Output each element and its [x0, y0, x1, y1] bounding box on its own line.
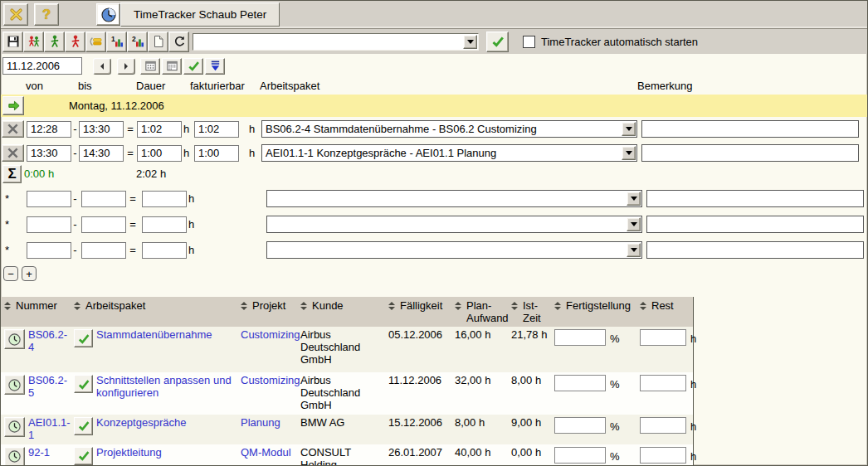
fakturierbar-input[interactable] — [194, 145, 239, 162]
task-number-link[interactable]: 92-1 — [28, 447, 50, 459]
completion-input[interactable] — [554, 329, 606, 346]
bemerkung-input[interactable] — [646, 241, 864, 259]
sort-icon[interactable] — [388, 302, 395, 310]
col-von: von — [26, 80, 43, 92]
von-input[interactable] — [27, 145, 71, 162]
chevron-down-icon[interactable] — [622, 122, 636, 136]
task-clock-button[interactable] — [4, 417, 25, 437]
task-check-button[interactable] — [74, 417, 93, 435]
fakturierbar-input[interactable] — [194, 121, 239, 138]
help-button[interactable]: ? — [34, 3, 59, 26]
report-2-button[interactable]: 2 — [127, 32, 148, 52]
confirm-button[interactable] — [486, 32, 509, 52]
completion-input[interactable] — [554, 447, 606, 464]
task-number-link[interactable]: BS06.2-4 — [28, 329, 67, 354]
task-name-link[interactable]: Schnittstellen anpassen und konfiguriere… — [96, 375, 234, 400]
dauer-input[interactable] — [142, 191, 187, 207]
sort-icon[interactable] — [554, 302, 561, 310]
report-1-button[interactable]: 1 — [106, 32, 127, 52]
task-check-button[interactable] — [74, 447, 93, 465]
close-button[interactable] — [3, 3, 28, 26]
close-icon — [9, 7, 23, 22]
chevron-down-icon[interactable] — [463, 35, 477, 49]
dauer-input[interactable] — [142, 242, 187, 259]
chevron-down-icon[interactable] — [627, 243, 641, 257]
sum-button[interactable]: Σ — [2, 165, 22, 183]
date-input[interactable] — [2, 57, 82, 75]
calendar-week-button[interactable] — [162, 58, 182, 75]
expand-day-button[interactable] — [205, 58, 225, 75]
bis-input[interactable] — [81, 191, 126, 207]
project-link[interactable]: Planung — [241, 416, 280, 429]
chevron-down-icon[interactable] — [627, 217, 641, 231]
dauer-input[interactable] — [137, 121, 182, 138]
sort-icon[interactable] — [4, 302, 11, 310]
rest-input[interactable] — [640, 447, 686, 464]
arbeitspaket-combobox[interactable] — [266, 241, 642, 259]
rest-input[interactable] — [640, 375, 686, 391]
dauer-input[interactable] — [137, 145, 182, 162]
sort-icon[interactable] — [74, 302, 80, 310]
chevron-down-icon[interactable] — [627, 192, 641, 206]
rest-input[interactable] — [640, 417, 686, 434]
confirm-date-button[interactable] — [183, 58, 203, 75]
task-clock-button[interactable] — [4, 329, 25, 349]
timer-start-stop-button[interactable] — [23, 32, 44, 52]
arbeitspaket-combobox[interactable]: BS06.2-4 Stammdatenübernahme - BS06.2 Cu… — [261, 120, 637, 138]
go-day-button[interactable] — [2, 96, 24, 115]
project-link[interactable]: Customizing — [241, 374, 300, 386]
rest-input[interactable] — [640, 329, 686, 346]
sort-icon[interactable] — [511, 302, 518, 310]
bemerkung-input[interactable] — [646, 216, 864, 233]
task-number-link[interactable]: AEI01.1-1 — [28, 417, 71, 442]
task-name-link[interactable]: Projektleitung — [96, 447, 162, 459]
task-clock-button[interactable] — [4, 447, 25, 466]
remove-row-button[interactable]: − — [3, 266, 18, 281]
dauer-input[interactable] — [142, 216, 187, 233]
sort-icon[interactable] — [640, 302, 646, 310]
transfer-button[interactable] — [85, 32, 106, 52]
von-input[interactable] — [27, 216, 71, 233]
arbeitspaket-combobox[interactable]: AEI01.1-1 Konzeptgespräche - AEI01.1 Pla… — [261, 144, 637, 162]
project-link[interactable]: QM-Modul — [241, 446, 291, 459]
autostart-checkbox[interactable] — [523, 36, 535, 48]
bis-input[interactable] — [79, 145, 124, 162]
sort-icon[interactable] — [300, 302, 307, 310]
task-name-link[interactable]: Stammdatenübernahme — [96, 329, 212, 342]
task-clock-button[interactable] — [4, 375, 25, 395]
add-row-button[interactable]: + — [22, 266, 37, 281]
completion-input[interactable] — [554, 375, 606, 391]
bemerkung-input[interactable] — [641, 120, 859, 138]
von-input[interactable] — [27, 242, 71, 259]
von-input[interactable] — [27, 121, 71, 138]
sort-icon[interactable] — [455, 302, 461, 310]
timer-stop-button[interactable] — [65, 32, 85, 52]
sort-icon[interactable] — [241, 302, 247, 310]
arbeitspaket-combobox[interactable] — [266, 190, 642, 207]
check-icon — [77, 333, 90, 345]
calendar-day-button[interactable] — [140, 58, 160, 75]
bemerkung-input[interactable] — [641, 144, 859, 162]
bis-input[interactable] — [81, 216, 126, 233]
task-check-button[interactable] — [74, 329, 93, 347]
quick-entry-combobox[interactable] — [193, 33, 479, 51]
task-number-link[interactable]: BS06.2-5 — [28, 375, 67, 400]
task-check-button[interactable] — [74, 375, 93, 393]
project-link[interactable]: Customizing — [241, 328, 300, 341]
completion-input[interactable] — [554, 417, 606, 434]
bis-input[interactable] — [79, 121, 124, 138]
save-button[interactable] — [2, 32, 23, 52]
arbeitspaket-combobox[interactable] — [266, 216, 642, 233]
von-input[interactable] — [27, 191, 71, 207]
bis-input[interactable] — [81, 242, 126, 259]
refresh-button[interactable] — [168, 32, 189, 52]
bemerkung-input[interactable] — [646, 190, 864, 207]
timer-start-button[interactable] — [44, 32, 65, 52]
delete-entry-button[interactable] — [2, 120, 24, 138]
task-name-link[interactable]: Konzeptgespräche — [96, 417, 186, 430]
delete-entry-button[interactable] — [2, 144, 24, 162]
prev-day-button[interactable] — [93, 58, 111, 75]
next-day-button[interactable] — [117, 58, 135, 75]
new-document-button[interactable] — [148, 32, 168, 52]
chevron-down-icon[interactable] — [622, 146, 636, 160]
